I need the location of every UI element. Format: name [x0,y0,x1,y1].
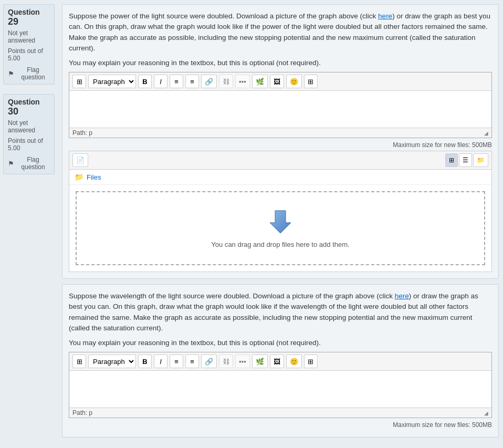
question-30-card: Suppose the wavelength of the light sour… [62,284,499,437]
q29-unlink-btn[interactable]: ⛓ [219,75,233,88]
q29-link-btn[interactable]: 🔗 [201,75,217,88]
q29-drop-arrow-icon [267,208,294,234]
question-29-status: Not yet answered [8,29,50,44]
q29-optional-text: You may explain your reasoning in the te… [69,59,492,67]
q29-text-before-link: Suppose the power of the light source we… [69,12,378,20]
q30-emoji-btn[interactable]: 🙂 [286,355,302,368]
question-30-text: Suppose the wavelength of the light sour… [69,291,492,334]
q30-unlink-btn[interactable]: ⛓ [219,355,233,368]
flag-label: Flag question [16,66,50,81]
q30-unordered-list-btn[interactable]: ≡ [170,355,183,368]
q30-optional-text: You may explain your reasoning in the te… [69,339,492,347]
question-29-points: Points out of 5.00 [8,47,50,62]
flag-icon: ⚑ [8,160,14,168]
q29-file-toolbar: 📄 ⊞ ☰ 📁 [69,151,491,170]
q30-path: Path: p [72,409,92,416]
q29-drop-text: You can drag and drop files here to add … [211,241,349,248]
q30-link-btn[interactable]: 🔗 [201,355,217,368]
q29-path: Path: p [72,129,92,137]
q29-file-toolbar-right: ⊞ ☰ 📁 [445,153,488,167]
q30-editor-footer: Path: p ◢ [69,408,491,418]
q30-text-before-link: Suppose the wavelength of the light sour… [69,292,395,300]
question-29-card: Suppose the power of the light source we… [62,4,499,279]
q29-folder-view-btn[interactable]: 📁 [473,153,488,167]
question-29-text: Suppose the power of the light source we… [69,11,492,54]
q30-more-btn[interactable]: ▪▪▪ [235,355,250,368]
q29-toolbar: ⊞ Paragraph B I ≡ ≡ 🔗 ⛓ ▪▪▪ 🌿 🖼 🙂 ⊞ [69,72,491,91]
q29-folder-icon: 📁 [75,173,83,181]
sidebar: Question 29 Not yet answered Points out … [0,0,58,442]
q29-ordered-list-btn[interactable]: ≡ [185,75,199,88]
q29-bold-btn[interactable]: B [138,75,152,88]
q30-embed-btn[interactable]: ⊞ [304,355,318,368]
q29-unordered-list-btn[interactable]: ≡ [170,75,183,88]
q29-more-btn[interactable]: ▪▪▪ [235,75,250,88]
sidebar-question-30: Question 30 Not yet answered Points out … [3,94,55,174]
q29-file-nav: 📁 Files [69,170,491,185]
q29-files-label[interactable]: Files [87,173,101,181]
q30-expand-btn[interactable]: ⊞ [72,355,86,368]
q29-italic-btn[interactable]: I [154,75,167,88]
q30-max-size: Maximum size for new files: 500MB [69,421,492,429]
flag-question-30-button[interactable]: ⚑ Flag question [8,156,50,171]
q30-media-btn[interactable]: 🌿 [252,355,268,368]
question-label: Question [8,8,40,16]
question-29-title: Question 29 [8,8,50,27]
q29-image-btn[interactable]: 🖼 [270,75,284,88]
q30-italic-btn[interactable]: I [154,355,167,368]
q29-file-upload-area: 📄 ⊞ ☰ 📁 📁 Files [69,151,492,272]
q29-link[interactable]: here [378,12,392,20]
q29-list-view-btn[interactable]: ☰ [459,153,472,167]
flag-label: Flag question [16,156,50,171]
q29-emoji-btn[interactable]: 🙂 [286,75,302,88]
q29-max-size: Maximum size for new files: 500MB [69,141,492,149]
q30-toolbar: ⊞ Paragraph B I ≡ ≡ 🔗 ⛓ ▪▪▪ 🌿 🖼 🙂 ⊞ [69,352,491,371]
q29-file-toolbar-left: 📄 [72,153,88,167]
flag-icon: ⚑ [8,70,14,78]
q29-embed-btn[interactable]: ⊞ [304,75,318,88]
q29-media-btn[interactable]: 🌿 [252,75,268,88]
question-number: 30 [8,106,18,117]
q30-link[interactable]: here [395,292,409,300]
q29-format-select[interactable]: Paragraph [88,75,136,88]
question-30-title: Question 30 [8,98,50,117]
q29-resize-handle[interactable]: ◢ [484,130,488,136]
flag-question-29-button[interactable]: ⚑ Flag question [8,66,50,81]
q30-format-select[interactable]: Paragraph [88,355,136,368]
question-30-status: Not yet answered [8,119,50,134]
question-number: 29 [8,16,18,27]
question-30-points: Points out of 5.00 [8,137,50,152]
svg-marker-0 [270,211,291,233]
q29-drop-zone[interactable]: You can drag and drop files here to add … [76,191,485,265]
q30-image-btn[interactable]: 🖼 [270,355,284,368]
q29-file-btn[interactable]: 📄 [72,153,88,167]
main-content: Suppose the power of the light source we… [58,0,503,442]
q29-grid-view-btn[interactable]: ⊞ [445,153,458,167]
sidebar-question-29: Question 29 Not yet answered Points out … [3,4,55,85]
q29-editor-footer: Path: p ◢ [69,128,491,138]
q30-editor-body[interactable] [69,371,491,408]
q29-editor: ⊞ Paragraph B I ≡ ≡ 🔗 ⛓ ▪▪▪ 🌿 🖼 🙂 ⊞ Path… [69,72,492,138]
q30-resize-handle[interactable]: ◢ [484,410,488,416]
q30-bold-btn[interactable]: B [138,355,152,368]
q30-editor: ⊞ Paragraph B I ≡ ≡ 🔗 ⛓ ▪▪▪ 🌿 🖼 🙂 ⊞ Path… [69,352,492,418]
question-label: Question [8,98,40,106]
q30-ordered-list-btn[interactable]: ≡ [185,355,199,368]
q29-expand-btn[interactable]: ⊞ [72,75,86,88]
q29-editor-body[interactable] [69,91,491,128]
